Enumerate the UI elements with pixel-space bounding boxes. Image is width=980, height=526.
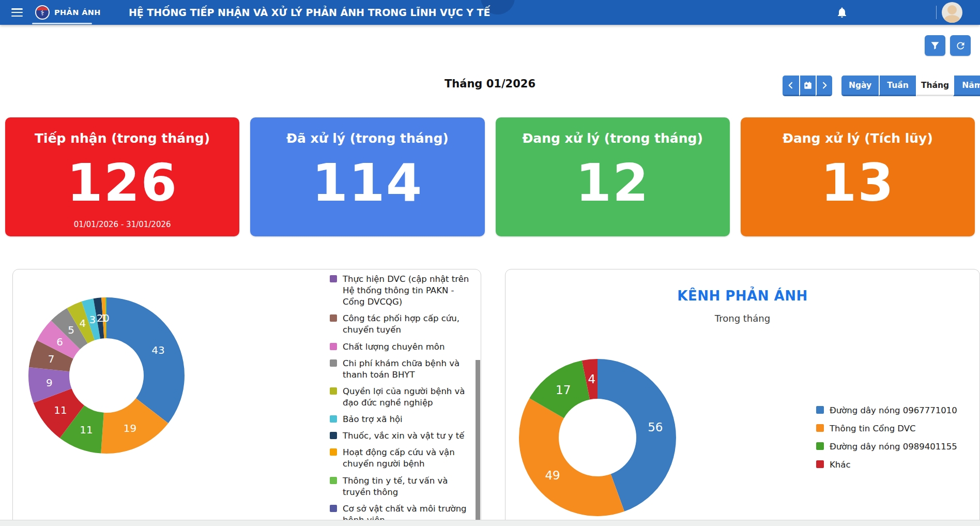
- stat-cards-row: Tiếp nhận (trong tháng)12601/01/2026 - 3…: [5, 117, 975, 236]
- period-view-group: NgàyTuầnThángNăm: [841, 76, 980, 96]
- legend-swatch: [816, 442, 824, 450]
- legend-swatch: [330, 343, 337, 350]
- donut-slice-label: 5: [68, 324, 74, 336]
- view-button-tháng[interactable]: Tháng: [916, 76, 953, 96]
- legend-item[interactable]: Bảo trợ xã hội: [330, 414, 472, 425]
- legend-swatch: [816, 424, 824, 432]
- legend-item[interactable]: Thuốc, vắc xin và vật tư y tế: [330, 430, 472, 442]
- notification-bell-icon[interactable]: [835, 6, 849, 19]
- legend-item[interactable]: Thông tin y tế, tư vấn và truyền thông: [330, 475, 472, 498]
- ministry-of-health-logo: [35, 5, 50, 20]
- channels-legend: Đường dây nóng 0967771010Thông tin Cổng …: [816, 405, 971, 477]
- legend-swatch: [816, 406, 824, 414]
- legend-label: Khác: [830, 459, 850, 471]
- donut-slice-label: 17: [556, 383, 571, 397]
- period-row: Tháng 01/2026 NgàyTuầnThángNăm: [0, 72, 980, 99]
- donut-slice[interactable]: [519, 398, 624, 516]
- stat-card-title: Đang xử lý (Tích lũy): [783, 131, 933, 146]
- channels-chart-subtitle: Trong tháng: [506, 313, 979, 324]
- legend-swatch: [330, 448, 337, 456]
- horizontal-scrollbar[interactable]: [0, 520, 980, 526]
- donut-slice[interactable]: [106, 297, 185, 423]
- channels-chart-title: KÊNH PHẢN ÁNH: [506, 288, 979, 304]
- legend-label: Bảo trợ xã hội: [343, 414, 403, 425]
- hamburger-menu-icon[interactable]: [11, 8, 23, 17]
- legend-item[interactable]: Quyền lợi của người bệnh và đạo đức nghề…: [330, 386, 472, 409]
- navbar-separator: [936, 6, 937, 19]
- stat-card[interactable]: Đang xử lý (trong tháng)12: [496, 117, 730, 236]
- stat-card[interactable]: Đang xử lý (Tích lũy)13: [741, 117, 975, 236]
- calendar-icon: [803, 81, 813, 90]
- donut-slice-label: 11: [80, 424, 93, 436]
- dashboard-actions: [925, 35, 971, 56]
- next-period-button[interactable]: [816, 76, 832, 96]
- brand-tab-phan-anh[interactable]: PHẢN ÁNH: [35, 0, 101, 25]
- legend-label: Thông tin y tế, tư vấn và truyền thông: [343, 475, 472, 498]
- donut-slice-label: 19: [124, 422, 136, 434]
- topics-chart-card: 43191111976543210 Thực hiện DVC (cập nhậ…: [12, 269, 481, 526]
- legend-swatch: [330, 387, 337, 395]
- view-button-ngày[interactable]: Ngày: [841, 76, 879, 96]
- refresh-button[interactable]: [950, 35, 971, 56]
- app-title: HỆ THỐNG TIẾP NHẬN VÀ XỬ LÝ PHẢN ÁNH TRO…: [129, 7, 491, 18]
- topics-donut-chart: 43191111976543210: [12, 280, 202, 471]
- active-tab-underline: [32, 23, 92, 24]
- stat-card-value: 114: [312, 146, 423, 220]
- user-avatar[interactable]: [942, 2, 962, 23]
- legend-item[interactable]: Đường dây nóng 0989401155: [816, 441, 971, 453]
- legend-label: Hoạt động cấp cứu và vận chuyển người bệ…: [343, 447, 472, 470]
- legend-swatch: [330, 314, 337, 322]
- donut-slice-label: 11: [54, 404, 67, 416]
- refresh-icon: [955, 40, 966, 51]
- donut-slice-label: 0: [103, 312, 110, 324]
- donut-slice-label: 43: [151, 344, 164, 356]
- filter-funnel-icon: [930, 40, 940, 51]
- stat-card[interactable]: Đã xử lý (trong tháng)114: [250, 117, 484, 236]
- stat-card-subtitle: 01/01/2026 - 31/01/2026: [74, 220, 171, 231]
- view-button-tuần[interactable]: Tuần: [879, 76, 916, 96]
- filter-button[interactable]: [925, 35, 945, 56]
- donut-slice-label: 3: [89, 313, 96, 326]
- donut-slice-label: 7: [48, 353, 55, 365]
- legend-item[interactable]: Khác: [816, 459, 971, 471]
- legend-swatch: [330, 415, 337, 423]
- stat-card-value: 126: [67, 146, 178, 220]
- legend-swatch: [330, 432, 337, 439]
- topics-legend: Thực hiện DVC (cập nhật trên Hệ thống th…: [330, 274, 472, 526]
- legend-label: Thông tin Cổng DVC: [830, 423, 916, 434]
- legend-label: Chi phí khám chữa bệnh và thanh toán BHY…: [343, 358, 472, 381]
- channels-donut-chart: 5649174: [505, 342, 693, 526]
- legend-swatch: [330, 359, 337, 367]
- stat-card[interactable]: Tiếp nhận (trong tháng)12601/01/2026 - 3…: [5, 117, 239, 236]
- prev-period-button[interactable]: [783, 76, 799, 96]
- channels-chart-card: KÊNH PHẢN ÁNH Trong tháng 5649174 Đường …: [505, 269, 980, 526]
- stat-card-value: 13: [821, 146, 895, 220]
- stat-card-title: Đã xử lý (trong tháng): [286, 131, 449, 146]
- legend-item[interactable]: Công tác phối hợp cấp cứu, chuyển tuyến: [330, 313, 472, 336]
- legend-scrollbar-thumb[interactable]: [476, 360, 480, 520]
- legend-item[interactable]: Đường dây nóng 0967771010: [816, 405, 971, 416]
- legend-label: Chất lượng chuyên môn: [343, 341, 445, 353]
- legend-label: Thuốc, vắc xin và vật tư y tế: [343, 430, 464, 442]
- stat-card-title: Đang xử lý (trong tháng): [522, 131, 702, 146]
- legend-item[interactable]: Chi phí khám chữa bệnh và thanh toán BHY…: [330, 358, 472, 381]
- legend-label: Công tác phối hợp cấp cứu, chuyển tuyến: [343, 313, 472, 336]
- chevron-left-icon: [787, 81, 795, 89]
- legend-swatch: [330, 505, 337, 512]
- legend-label: Quyền lợi của người bệnh và đạo đức nghề…: [343, 386, 472, 409]
- legend-item[interactable]: Thông tin Cổng DVC: [816, 423, 971, 434]
- legend-swatch: [816, 460, 824, 468]
- legend-label: Đường dây nóng 0989401155: [830, 441, 957, 453]
- stat-card-title: Tiếp nhận (trong tháng): [35, 131, 210, 146]
- legend-item[interactable]: Hoạt động cấp cứu và vận chuyển người bệ…: [330, 447, 472, 470]
- apps-grid-icon[interactable]: [861, 7, 873, 19]
- calendar-button[interactable]: [799, 76, 816, 96]
- period-title: Tháng 01/2026: [0, 78, 980, 90]
- legend-swatch: [330, 275, 337, 282]
- legend-item[interactable]: Thực hiện DVC (cập nhật trên Hệ thống th…: [330, 274, 472, 308]
- legend-label: Thực hiện DVC (cập nhật trên Hệ thống th…: [343, 274, 472, 308]
- legend-swatch: [330, 477, 337, 484]
- legend-item[interactable]: Chất lượng chuyên môn: [330, 341, 472, 353]
- view-button-năm[interactable]: Năm: [953, 76, 980, 96]
- donut-slice-label: 9: [46, 377, 53, 389]
